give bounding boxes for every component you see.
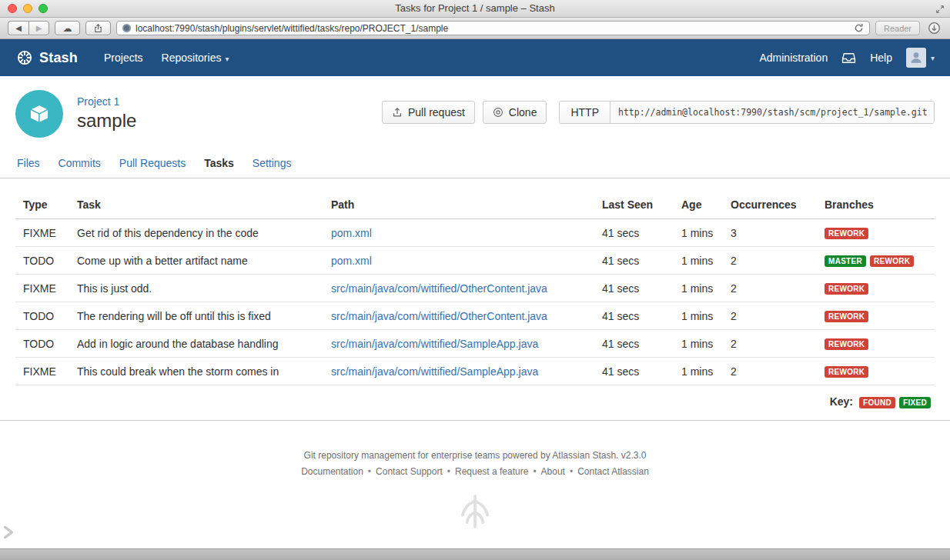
path-link[interactable]: src/main/java/com/wittified/SampleApp.ja… [331,338,538,350]
address-bar[interactable]: localhost:7990/stash/plugins/servlet/wit… [116,21,870,35]
task-type: FIXME [15,275,69,302]
branches-cell: REWORK [817,358,935,385]
forward-button[interactable]: ▶ [28,21,49,35]
back-button[interactable]: ◀ [8,21,28,35]
reader-label: Reader [884,24,912,33]
window-title: Tasks for Project 1 / sample – Stash [395,2,554,14]
avatar [906,48,926,68]
link-separator: • [570,466,573,477]
last-seen: 41 secs [594,302,674,330]
task-path-cell: src/main/java/com/wittified/OtherContent… [323,275,594,302]
project-avatar [15,90,63,138]
nav-item-administration[interactable]: Administration [759,52,828,64]
clone-url-field[interactable]: http://admin@localhost:7990/stash/scm/pr… [610,102,934,123]
table-row: TODOAdd in logic around the database han… [15,330,935,358]
nav-item-repositories[interactable]: Repositories▾ [152,52,239,64]
zoom-window-button[interactable] [38,4,48,13]
tab-commits[interactable]: Commits [59,157,101,169]
pull-request-button[interactable]: Pull request [382,101,475,124]
task-type: FIXME [15,358,69,385]
nav-item-help[interactable]: Help [870,52,892,64]
key-label: Key: [830,395,853,408]
footer-link-request-a-feature[interactable]: Request a feature [455,466,528,477]
tab-pull-requests[interactable]: Pull Requests [119,157,186,169]
last-seen: 41 secs [594,219,674,247]
branches-cell: REWORK [817,302,935,330]
column-header-occurrences: Occurrences [723,189,817,219]
task-path-cell: pom.xml [323,247,594,275]
icloud-tabs-button[interactable]: ☁ [55,21,80,35]
footer-link-contact-support[interactable]: Contact Support [376,466,443,477]
path-link[interactable]: pom.xml [331,255,372,267]
close-window-button[interactable] [8,4,17,13]
nav-item-projects[interactable]: Projects [95,52,152,64]
task-type: FIXME [15,219,69,247]
tab-files[interactable]: Files [17,157,40,169]
url-text: localhost:7990/stash/plugins/servlet/wit… [135,23,448,34]
branch-badge: REWORK [825,283,868,295]
last-seen: 41 secs [594,358,674,385]
table-row: TODOThe rendering will be off until this… [15,302,935,330]
last-seen: 41 secs [594,275,674,302]
path-link[interactable]: src/main/java/com/wittified/SampleApp.ja… [331,365,538,378]
reader-button[interactable]: Reader [875,21,920,35]
footer-link-documentation[interactable]: Documentation [301,466,363,477]
column-header-last-seen: Last Seen [594,189,674,219]
occurrences: 2 [723,358,817,385]
downloads-icon [928,22,941,35]
occurrences: 2 [723,247,817,275]
pull-request-icon [392,107,403,118]
cube-icon [26,101,52,127]
browser-window: Tasks for Project 1 / sample – Stash ◀ ▶… [0,0,950,560]
age: 1 mins [674,219,723,247]
branches-cell: REWORK [817,330,935,358]
badge-key: Key:FOUNDFIXED [0,385,950,420]
user-icon [909,51,923,65]
branches-cell: MASTERREWORK [817,247,935,275]
cloud-icon: ☁ [63,23,72,34]
browser-toolbar: ◀ ▶ ☁ localhost:7990/stash/plugins/servl… [0,18,950,39]
column-header-type: Type [15,189,69,219]
sidebar-toggle[interactable] [2,525,15,543]
tab-tasks[interactable]: Tasks [204,157,234,169]
protocol-select[interactable]: HTTP [560,102,610,123]
age: 1 mins [674,247,723,275]
task-path-cell: src/main/java/com/wittified/SampleApp.ja… [323,330,594,358]
path-link[interactable]: src/main/java/com/wittified/OtherContent… [331,282,547,295]
reload-icon[interactable] [854,23,864,33]
nav-items: ProjectsRepositories▾ [95,52,238,64]
age: 1 mins [674,275,723,302]
user-menu[interactable]: ▾ [906,48,935,68]
fullscreen-icon[interactable] [935,3,945,20]
task-type: TODO [15,247,69,275]
branches-cell: REWORK [817,219,935,247]
column-header-age: Age [674,189,723,219]
pull-request-label: Pull request [408,106,465,118]
key-badge: FOUND [859,397,895,408]
stash-logo[interactable]: Stash [15,48,78,67]
clone-button[interactable]: Clone [483,101,547,124]
minimize-window-button[interactable] [23,4,32,13]
repository-title: sample [77,110,136,132]
occurrences: 3 [723,219,817,247]
branch-badge: REWORK [825,338,868,350]
link-separator: • [368,466,371,477]
path-link[interactable]: pom.xml [331,227,372,239]
task-type: TODO [15,330,69,358]
occurrences: 2 [723,302,817,330]
last-seen: 41 secs [594,330,674,358]
branch-badge: REWORK [825,366,868,378]
task-text: This is just odd. [69,275,323,302]
age: 1 mins [674,302,723,330]
clone-label: Clone [509,106,537,118]
footer-link-contact-atlassian[interactable]: Contact Atlassian [577,466,649,477]
forward-icon: ▶ [36,24,42,32]
footer-link-about[interactable]: About [541,466,565,477]
path-link[interactable]: src/main/java/com/wittified/OtherContent… [331,310,547,322]
occurrences: 2 [723,275,817,302]
project-link[interactable]: Project 1 [77,95,119,108]
downloads-button[interactable] [925,21,942,35]
inbox-icon[interactable] [841,52,856,65]
share-button[interactable] [85,21,111,35]
tab-settings[interactable]: Settings [253,157,292,169]
